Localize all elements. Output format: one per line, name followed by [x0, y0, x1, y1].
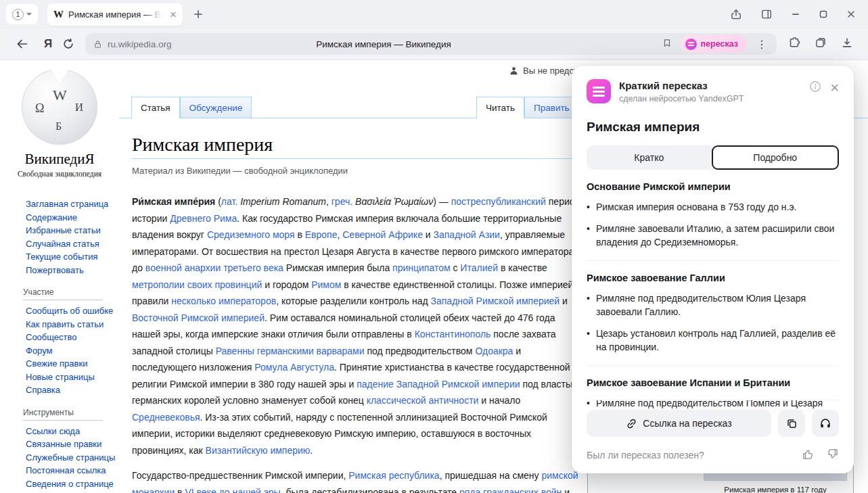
pereskaz-button[interactable]: пересказ: [681, 35, 746, 53]
sidebar-link[interactable]: Форум: [26, 344, 119, 358]
share-button[interactable]: [730, 8, 742, 20]
sidebar-link[interactable]: Сообщить об ошибке: [26, 304, 119, 318]
wiki-link[interactable]: Римская республика: [348, 470, 439, 481]
info-button[interactable]: [809, 80, 821, 95]
maximize-button[interactable]: [819, 9, 828, 19]
copy-link-button[interactable]: Ссылка на пересказ: [587, 410, 771, 437]
article-text: , пришедшая на смену: [440, 470, 542, 481]
wiki-link[interactable]: Восточной Римской империей: [132, 312, 265, 323]
wiki-link[interactable]: Европе: [305, 229, 338, 240]
wiki-link[interactable]: принципатом: [392, 262, 450, 273]
wiki-link[interactable]: Равенны: [216, 346, 254, 356]
wiki-link[interactable]: Ромула Августула: [254, 362, 334, 373]
wiki-link[interactable]: метрополии своих провинций: [132, 279, 262, 290]
sidebar-link[interactable]: Пожертвовать: [26, 264, 119, 277]
wiki-link[interactable]: Древнего Рима: [170, 213, 237, 224]
summary-title: Римская империя: [587, 120, 839, 135]
bookmark-button[interactable]: [662, 38, 672, 51]
copy-text-button[interactable]: [778, 410, 805, 437]
browser-window: 1 W Римская империя — Википедия ×: [0, 0, 868, 493]
wiki-link[interactable]: VI веке до нашей эры: [185, 487, 280, 493]
back-button[interactable]: [12, 37, 32, 51]
wiki-link[interactable]: германскими варварами: [257, 346, 365, 356]
address-bar[interactable]: ru.wikipedia.org Римская империя — Викип…: [85, 33, 777, 55]
summary-tab-active[interactable]: Подробно: [712, 145, 840, 170]
wiki-link[interactable]: военной анархии третьего века: [145, 262, 283, 273]
wiki-link[interactable]: Западной Азии: [434, 229, 500, 240]
wiki-tab[interactable]: Статья: [131, 97, 180, 118]
wiki-link[interactable]: Средиземного моря: [207, 229, 295, 240]
bullet-text: Римляне под предводительством Юлия Цезар…: [596, 291, 839, 319]
collections-button[interactable]: [815, 37, 827, 51]
sidebar-link[interactable]: Заглавная страница: [26, 197, 119, 211]
sidebar-link[interactable]: Избранные статьи: [26, 224, 119, 237]
sidebar-link[interactable]: Служебные страницы: [26, 451, 119, 465]
minimize-button[interactable]: [791, 9, 800, 19]
wiki-link[interactable]: постреспубликанский: [451, 196, 546, 207]
browser-tab[interactable]: W Римская империя — Википедия ×: [47, 3, 183, 26]
wiki-link[interactable]: падение Западной Римской империи: [357, 379, 520, 390]
sidebar-link[interactable]: Текущие события: [26, 250, 119, 264]
tab-counter-button[interactable]: 1: [6, 4, 38, 24]
wiki-link[interactable]: Константинополь: [415, 329, 491, 339]
new-tab-button[interactable]: [193, 9, 204, 20]
logo-letter: И: [75, 101, 83, 114]
address-bar-menu-button[interactable]: ⋮: [755, 38, 769, 51]
sidebar-link[interactable]: Новые страницы: [26, 371, 119, 384]
sidebar-link[interactable]: Ссылки сюда: [26, 425, 119, 438]
logo-letter: Ω: [35, 101, 44, 116]
sidebar-link[interactable]: Сведения о странице: [26, 477, 119, 491]
wiki-link[interactable]: ряда гражданских войн: [459, 487, 562, 493]
tab-title: Римская империя — Википедия: [68, 9, 162, 20]
sidebar-link[interactable]: Свежие правки: [26, 357, 119, 371]
thumbs-up-button[interactable]: [802, 448, 815, 463]
close-panel-button[interactable]: ×: [830, 80, 839, 95]
sidebar-link[interactable]: Справка: [26, 383, 119, 397]
wiki-link[interactable]: Италией: [460, 262, 498, 273]
sidebar-link[interactable]: Как править статьи: [26, 318, 119, 331]
reload-button[interactable]: [58, 38, 78, 50]
wiki-tab[interactable]: Обсуждение: [180, 97, 252, 118]
sidebar-toggle-button[interactable]: [760, 8, 773, 20]
wiki-link[interactable]: Римом: [311, 279, 341, 290]
wiki-tab[interactable]: Читать: [476, 97, 524, 118]
summary-bullet: •Римляне завоевали Италию, а затем расши…: [587, 222, 839, 249]
share-icon: [730, 8, 742, 20]
summary-bullet: •Римляне под предводительством Юлия Цеза…: [587, 291, 839, 319]
wiki-link[interactable]: греч.: [332, 196, 352, 207]
close-window-button[interactable]: [846, 9, 856, 19]
wiki-link[interactable]: Северной Африке: [342, 229, 423, 240]
sidebar-link[interactable]: Сообщество: [26, 331, 119, 344]
wiki-link[interactable]: Византийскую империю: [206, 445, 311, 456]
listen-button[interactable]: [812, 410, 839, 437]
wikipedia-logo[interactable]: WΩИБ: [22, 69, 97, 145]
reload-icon: [62, 38, 74, 50]
article-italic-text: Βασιλεία Ῥωμαίων: [352, 196, 433, 207]
sidebar-link[interactable]: Цитировать страницу: [26, 490, 119, 493]
extensions-button[interactable]: [787, 37, 800, 52]
chevron-down-icon: [26, 13, 32, 16]
wiki-link[interactable]: лат.: [221, 196, 237, 207]
wiki-tab[interactable]: Править: [524, 97, 579, 118]
tab-close-icon[interactable]: ×: [170, 9, 177, 20]
wiki-link[interactable]: несколько императоров: [171, 296, 276, 306]
wiki-link[interactable]: Западной Римской империей: [431, 296, 560, 306]
downloads-button[interactable]: [841, 37, 853, 51]
bullet-marker: •: [587, 222, 590, 249]
thumbs-down-button[interactable]: [826, 448, 839, 463]
minimize-icon: [791, 9, 800, 19]
sidebar-link[interactable]: Постоянная ссылка: [26, 464, 119, 477]
sidebar-link[interactable]: Связанные правки: [26, 438, 119, 451]
logo-letter: Б: [55, 120, 62, 133]
sidebar-link[interactable]: Случайная статья: [26, 237, 119, 251]
wiki-link[interactable]: Средневековья: [132, 412, 200, 423]
sidebar-link[interactable]: Содержание: [26, 211, 119, 225]
copy-link-label: Ссылка на пересказ: [643, 418, 731, 429]
yandex-home-button[interactable]: Я: [38, 37, 58, 51]
summary-tab-inactive[interactable]: Кратко: [587, 145, 712, 170]
wiki-link[interactable]: классической античности: [367, 395, 479, 406]
bullet-text: Римская империя основана в 753 году до н…: [596, 200, 797, 214]
wiki-link[interactable]: Одоакра: [475, 346, 513, 356]
article-paragraph: Ри́мская импе́рия (лат. Imperium Romanum…: [132, 193, 584, 459]
summary-panel: Краткий пересказ сделан нейросетью Yande…: [572, 66, 854, 473]
